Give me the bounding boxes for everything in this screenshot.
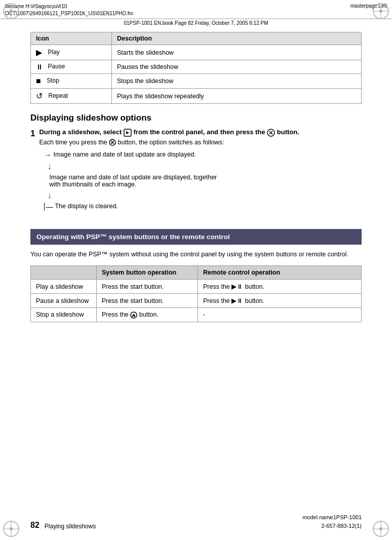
model-name: model name1PSP-1001 xyxy=(302,513,362,522)
ops-col-action-header xyxy=(31,266,97,280)
ops-remote-3: - xyxy=(198,308,362,322)
pause-label: Pause xyxy=(48,63,65,70)
stop-description: Stops the slideshow xyxy=(112,74,362,89)
flow-diagram: → Image name and date of last update are… xyxy=(44,151,362,211)
flow-down-arrow-2: ↓ xyxy=(44,190,362,201)
pause-description: Pauses the slideshow xyxy=(112,60,362,74)
operating-banner: Operating with PSP™ system buttons or th… xyxy=(30,229,362,245)
flow-return-icon: — xyxy=(44,203,53,211)
description-col-header: Description xyxy=(112,32,362,45)
table-row: Pause a slideshow Press the start button… xyxy=(31,294,362,308)
ops-action-2: Pause a slideshow xyxy=(31,294,97,308)
header-date: 01PSP-1001 EN.book Page 82 Friday, Octob… xyxy=(0,19,392,27)
home-button-icon xyxy=(130,312,137,319)
ops-action-3: Stop a slideshow xyxy=(31,308,97,322)
svg-marker-17 xyxy=(126,131,129,134)
slideshow-section-heading: Displaying slideshow options xyxy=(30,113,362,123)
page-number: 82 xyxy=(30,521,40,530)
step1-bold-text: During a slideshow, select from the cont… xyxy=(39,128,362,137)
ops-system-1: Press the start button. xyxy=(97,280,198,294)
play-label: Play xyxy=(48,49,59,56)
ops-remote-1: Press the ▶⏸ button. xyxy=(198,280,362,294)
table-row: ▶ Play Starts the slideshow xyxy=(31,45,362,60)
flow-last-item: — The display is cleared. xyxy=(44,203,362,211)
repeat-description: Plays the slideshow repeatedly xyxy=(112,89,362,104)
page-label: Playing slideshows xyxy=(45,523,96,530)
icon-col-header: Icon xyxy=(31,32,112,45)
operating-intro: You can operate the PSP™ system without … xyxy=(30,250,362,259)
play-icon: ▶ xyxy=(36,48,42,57)
svg-point-7 xyxy=(379,10,382,13)
ops-remote-2: Press the ▶⏸ button. xyxy=(198,294,362,308)
icon-stop-cell: ■ Stop xyxy=(31,74,112,89)
ops-system-2: Press the start button. xyxy=(97,294,198,308)
flow-text-1: Image name and date of last update are d… xyxy=(53,151,195,158)
flow-text-2: Image name and date of last update are d… xyxy=(44,174,362,188)
svg-point-3 xyxy=(10,10,13,13)
step1-sub-text: Each time you press the button, the opti… xyxy=(39,139,362,146)
table-row: Play a slideshow Press the start button.… xyxy=(31,280,362,294)
ops-action-1: Play a slideshow xyxy=(31,280,97,294)
header-filename: filename H:\#Sagyocyu\#10 OCT\1007\26491… xyxy=(5,3,133,17)
table-row: ↺ Repeat Plays the slideshow repeatedly xyxy=(31,89,362,104)
page-footer: 82 Playing slideshows model name1PSP-100… xyxy=(0,513,392,530)
table-row: ⏸ Pause Pauses the slideshow xyxy=(31,60,362,74)
flow-arrow-right-icon: → xyxy=(44,151,51,159)
operations-table: System button operation Remote control o… xyxy=(30,265,362,322)
x-button-icon xyxy=(267,129,275,137)
pause-icon: ⏸ xyxy=(36,63,42,71)
ops-system-3: Press the button. xyxy=(97,308,198,322)
repeat-icon: ↺ xyxy=(36,91,43,101)
icon-play-cell: ▶ Play xyxy=(31,45,112,60)
model-info: model name1PSP-1001 2-657-883-12(1) xyxy=(302,513,362,530)
stop-icon: ■ xyxy=(36,76,41,86)
x-button-small-icon xyxy=(109,139,116,146)
icon-repeat-cell: ↺ Repeat xyxy=(31,89,112,104)
step-number: 1 xyxy=(30,128,35,219)
table-row: Stop a slideshow Press the button. - xyxy=(31,308,362,322)
icon-pause-cell: ⏸ Pause xyxy=(31,60,112,74)
icon-description-table: Icon Description ▶ Play Starts the slide… xyxy=(30,32,362,104)
table-row: ■ Stop Stops the slideshow xyxy=(31,74,362,89)
flow-down-arrow-1: ↓ xyxy=(44,161,362,172)
stop-label: Stop xyxy=(47,77,59,84)
part-number: 2-657-883-12(1) xyxy=(302,522,362,530)
ops-col-remote-header: Remote control operation xyxy=(198,266,362,280)
flow-text-3: The display is cleared. xyxy=(55,203,117,210)
main-content: Icon Description ▶ Play Starts the slide… xyxy=(0,27,392,335)
repeat-label: Repeat xyxy=(48,92,68,99)
corner-tl-decoration xyxy=(2,2,20,20)
page-number-area: 82 Playing slideshows xyxy=(30,521,96,530)
play-description: Starts the slideshow xyxy=(112,45,362,60)
select-icon xyxy=(124,129,132,137)
page-header: filename H:\#Sagyocyu\#10 OCT\1007\26491… xyxy=(0,0,392,19)
corner-tr-decoration xyxy=(372,2,390,20)
step-content: During a slideshow, select from the cont… xyxy=(39,128,362,219)
step-1: 1 During a slideshow, select from the co… xyxy=(30,128,362,219)
ops-col-system-header: System button operation xyxy=(97,266,198,280)
